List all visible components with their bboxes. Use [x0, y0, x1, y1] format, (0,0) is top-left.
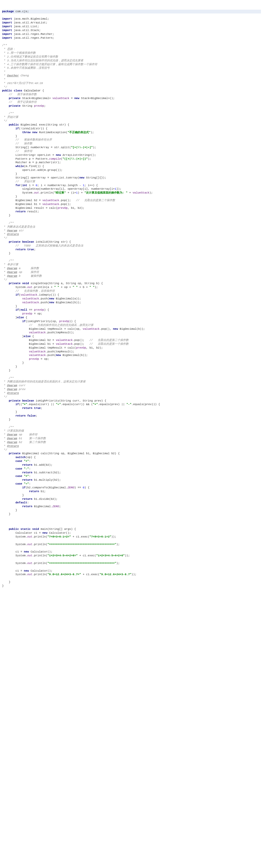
- package-line: package com.cjs;: [2, 10, 261, 13]
- code-editor: package com.cjs; import java.math.BigDec…: [2, 10, 261, 588]
